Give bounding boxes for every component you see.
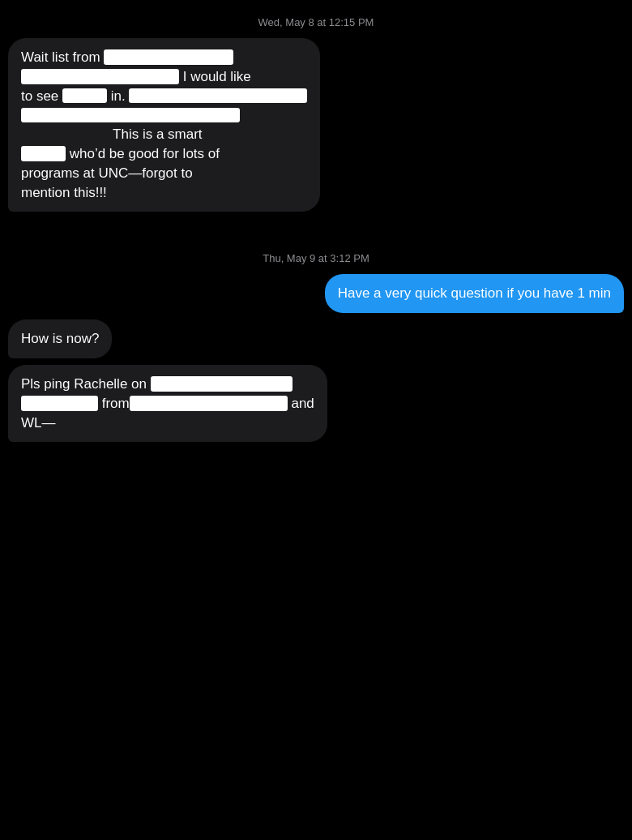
msg2-text: Have a very quick question if you have 1… <box>338 285 611 301</box>
timestamp-1: Wed, May 8 at 12:15 PM <box>8 0 624 38</box>
redacted-8 <box>21 396 98 411</box>
timestamp-2: Thu, May 9 at 3:12 PM <box>8 236 624 274</box>
redacted-3 <box>62 88 107 104</box>
msg1-text: Wait list from I would like to see in. T… <box>21 49 307 200</box>
message-1-wrapper: Wait list from I would like to see in. T… <box>8 38 624 212</box>
message-2-bubble: Have a very quick question if you have 1… <box>325 274 624 313</box>
message-3-bubble: How is now? <box>8 319 112 358</box>
redacted-4 <box>129 88 307 104</box>
message-4-bubble: Pls ping Rachelle on from and WL— <box>8 365 327 442</box>
message-3-wrapper: How is now? <box>8 319 624 358</box>
message-1-bubble: Wait list from I would like to see in. T… <box>8 38 320 212</box>
redacted-2 <box>21 69 179 84</box>
redacted-1 <box>104 49 233 65</box>
msg4-text: Pls ping Rachelle on from and WL— <box>21 376 314 431</box>
redacted-5 <box>21 108 240 123</box>
redacted-6 <box>21 146 66 161</box>
redacted-9 <box>130 396 288 411</box>
msg3-text: How is now? <box>21 331 99 346</box>
message-2-wrapper: Have a very quick question if you have 1… <box>8 274 624 313</box>
redacted-7 <box>151 376 293 392</box>
message-4-wrapper: Pls ping Rachelle on from and WL— <box>8 365 624 442</box>
